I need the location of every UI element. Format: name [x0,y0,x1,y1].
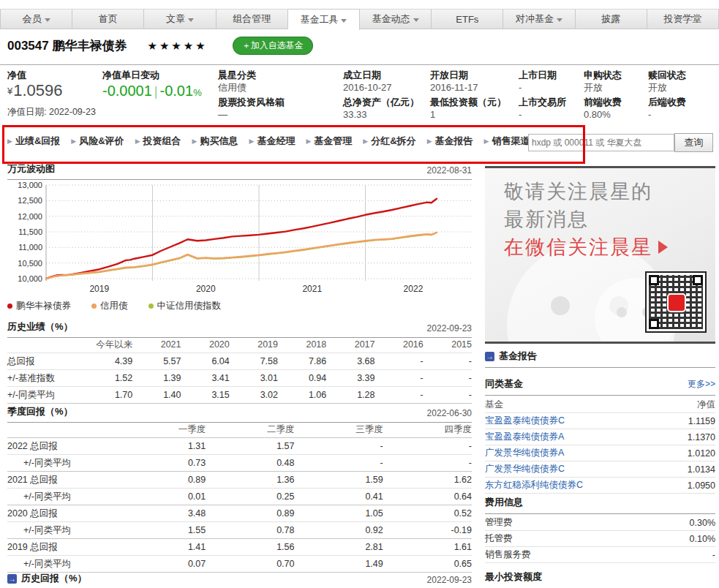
similar-funds-header-row: 基金净值 [485,397,715,413]
quarterly-title: 季度回报（%） [7,405,73,418]
search-button[interactable]: 查询 [674,133,713,152]
fees-table: 管理费0.30%托管费0.10%销售服务费- [485,515,715,563]
cell-value: 0.94 [278,373,326,383]
cell-value: 1.57 [206,441,294,451]
fund-link[interactable]: 广发景华纯债债券C [485,463,565,475]
fund-link[interactable]: 广发景华纯债债券A [485,447,564,459]
nav-item-8[interactable]: 对冲基金 [503,9,575,29]
column-header-nav: 净值 [697,399,715,411]
column-header: 二季度 [206,423,294,436]
legend-item: 信用债 [91,300,128,312]
menu-item-label: 业绩&回报 [15,135,60,148]
nav-item-7[interactable]: ETFs [432,9,503,29]
triangle-bullet-icon: ▶ [71,138,76,145]
info-col-redemption: 赎回状态 开放 后端收费 - [648,69,686,121]
history-return-date: 2022-09-23 [427,575,472,585]
nav-item-5[interactable]: 基金工具 [288,9,360,30]
menu-item-8[interactable]: ▶基金报告 [427,135,473,148]
table-row: +/-同类平均1.701.403.153.021.061.28-- [7,386,472,404]
column-header: 今年以来 [84,339,132,351]
nav-item-6[interactable]: 基金动态 [360,9,432,29]
fund-link[interactable]: 宝盈盈泰纯债债券A [485,431,564,443]
menu-item-2[interactable]: ▶风险&评价 [71,135,124,148]
header-divider [0,64,719,65]
cell-value: 6.04 [181,356,230,366]
menu-item-5[interactable]: ▶基金经理 [249,135,295,148]
fund-search-input[interactable] [528,134,674,151]
qr-center-logo [667,293,686,312]
cell-value: - [295,458,383,468]
menu-item-4[interactable]: ▶购买信息 [192,135,238,148]
svg-text:2019: 2019 [89,284,109,294]
menu-item-9[interactable]: ▶销售渠道 [484,135,530,148]
cell-value: 0.78 [206,525,294,535]
row-label: +/-同类平均 [7,389,84,402]
row-label: 总回报 [7,355,84,368]
column-header: 2020 [181,339,230,350]
history-return-section-header[interactable]: → 历史回报（%） 2022-09-23 [7,572,472,588]
cell-value: - [375,390,424,400]
cell-value: 0.65 [383,559,472,569]
cell-value: 7.86 [278,356,326,366]
nav-item-10[interactable]: 投资学堂 [647,9,719,29]
svg-text:11,500: 11,500 [18,227,42,236]
menu-item-1[interactable]: ▶业绩&回报 [7,135,60,148]
fund-report-section[interactable]: → 基金报告 [485,350,715,368]
table-row: 总回报4.395.576.047.587.863.68-- [7,353,472,369]
nav-item-label: 基金工具 [300,13,338,26]
column-header: 一季度 [117,423,206,436]
back-load-label: 后端收费 [648,96,686,108]
fund-nav-value: 1.0950 [688,480,715,491]
nav-item-9[interactable]: 披露 [576,9,647,29]
nav-item-label: ETFs [456,14,478,25]
info-col-open-date: 开放日期 2016-11-17 最低投资额（元） 1 [430,69,506,121]
cell-value: 0.64 [383,491,472,502]
star-rating: ★★★★★ [147,39,207,53]
wechat-promo-banner[interactable]: 敬请关注晨星的 最新消息 在微信关注晨星 [485,166,715,344]
cell-value: 5.57 [132,356,181,366]
cell-value: 0.48 [206,458,294,468]
row-label: 2020 总回报 [7,508,117,520]
fund-sub-menu: ▶业绩&回报▶风险&评价▶投资组合▶购买信息▶基金经理▶基金管理▶分红&拆分▶基… [7,135,530,148]
add-to-watchlist-button[interactable]: ＋加入自选基金 [233,37,313,55]
triangle-bullet-icon: ▶ [249,138,254,145]
menu-item-7[interactable]: ▶分红&拆分 [363,135,415,148]
fund-link[interactable]: 宝盈盈泰纯债债券C [485,415,565,427]
triangle-bullet-icon: ▶ [363,138,368,145]
fund-link[interactable]: 东方红稳添利纯债债券C [485,479,583,491]
cell-value: 0.01 [117,491,206,502]
nav-item-label: 组合管理 [233,12,271,26]
cell-value: 3.68 [326,356,374,366]
cell-value: 1.06 [278,390,326,400]
front-load-value: 0.80% [584,108,622,121]
nav-item-2[interactable]: 首页 [72,9,144,29]
column-header: 三季度 [295,423,383,436]
cell-value: 1.49 [295,559,383,569]
menu-item-6[interactable]: ▶基金管理 [306,135,352,148]
nav-item-label: 文章 [166,12,185,26]
nav-item-3[interactable]: 文章 [144,9,216,29]
table-row: 2021 总回报0.891.361.591.62 [7,471,472,488]
menu-item-label: 购买信息 [200,135,238,148]
nav-item-label: 投资学堂 [663,12,701,26]
cell-value: 3.39 [326,373,374,383]
banner-text-line2: 最新消息 [504,206,589,233]
subscription-value: 开放 [584,81,622,94]
info-col-change: 净值单日变动 -0.0001|-0.01% [102,69,202,102]
nav-item-4[interactable]: 组合管理 [217,9,288,29]
legend-dot-icon [91,304,97,309]
nav-item-1[interactable]: 会员 [0,9,72,29]
row-label: +/-同类平均 [7,491,117,503]
cell-value: - [375,373,424,383]
cell-value: - [383,458,472,468]
cell-value: 3.41 [181,373,230,383]
more-link[interactable]: 更多>> [688,378,715,391]
section-arrow-icon: → [7,574,17,584]
svg-text:2021: 2021 [302,284,322,294]
column-header: 2018 [278,339,326,350]
cell-value: - [424,373,472,383]
change-label: 净值单日变动 [102,69,202,81]
nav-item-label: 对冲基金 [516,12,554,26]
banner-cta-link[interactable]: 在微信关注晨星 [504,234,668,260]
menu-item-3[interactable]: ▶投资组合 [135,135,181,148]
